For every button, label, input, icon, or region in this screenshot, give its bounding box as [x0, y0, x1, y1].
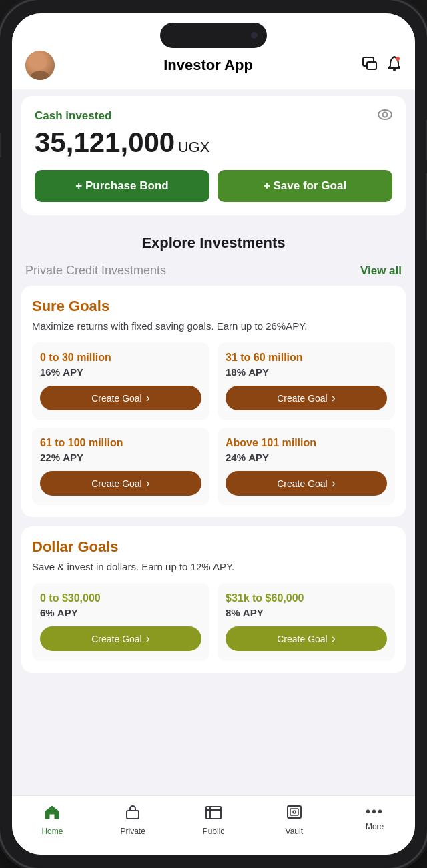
explore-title: Explore Investments: [12, 222, 415, 258]
tier-101m-plus: Above 101 million 24% APY Create Goal: [218, 428, 395, 505]
svg-point-4: [378, 110, 392, 119]
create-goal-btn-0[interactable]: Create Goal: [40, 386, 201, 410]
nav-more-label: More: [366, 822, 384, 831]
nav-home[interactable]: Home: [12, 801, 93, 839]
tier-61-100m-apy: 22% APY: [40, 452, 201, 463]
nav-more[interactable]: ••• More: [334, 801, 415, 839]
svg-rect-1: [367, 62, 376, 69]
explore-section: Explore Investments Private Credit Inves…: [12, 222, 415, 795]
tier-0-30m-range: 0 to 30 million: [40, 352, 201, 364]
cash-invested-label: Cash invested: [35, 109, 111, 123]
tier-31-60m-range: 31 to 60 million: [226, 352, 387, 364]
tier-31-60m-apy: 18% APY: [226, 366, 387, 378]
action-buttons: + Purchase Bond + Save for Goal: [35, 170, 392, 202]
visibility-toggle[interactable]: [378, 108, 392, 123]
svg-point-5: [383, 113, 388, 117]
sure-goals-tiers: 0 to 30 million 16% APY Create Goal 31 t…: [32, 342, 395, 505]
section-category: Private Credit Investments: [25, 264, 166, 278]
tier-61-100m-range: 61 to 100 million: [40, 437, 201, 449]
dollar-goals-tiers: 0 to $30,000 6% APY Create Goal $31k to …: [32, 583, 395, 661]
tier-101m-plus-range: Above 101 million: [226, 437, 387, 449]
camera-dot: [251, 32, 258, 39]
svg-rect-7: [206, 807, 221, 819]
dollar-tier-0-30k-apy: 6% APY: [40, 607, 201, 618]
dollar-goals-title: Dollar Goals: [32, 538, 395, 556]
dollar-tier-31k-60k: $31k to $60,000 8% APY Create Goal: [218, 583, 395, 661]
tier-31-60m: 31 to 60 million 18% APY Create Goal: [218, 342, 395, 420]
svg-rect-9: [290, 809, 298, 815]
dollar-tier-31k-60k-apy: 8% APY: [226, 607, 387, 618]
svg-point-10: [293, 811, 296, 813]
tier-101m-plus-apy: 24% APY: [226, 452, 387, 463]
dollar-tier-0-30k-range: 0 to $30,000: [40, 592, 201, 604]
nav-private-label: Private: [121, 827, 145, 836]
dollar-tier-31k-60k-range: $31k to $60,000: [226, 592, 387, 604]
section-header: Private Credit Investments View all: [12, 258, 415, 286]
dollar-tier-0-30k: 0 to $30,000 6% APY Create Goal: [32, 583, 209, 661]
create-goal-btn-dollar-1[interactable]: Create Goal: [226, 626, 387, 651]
nav-public-label: Public: [203, 827, 225, 836]
more-icon: •••: [366, 804, 384, 819]
nav-home-label: Home: [41, 827, 63, 836]
tier-0-30m-apy: 16% APY: [40, 366, 201, 378]
balance-currency: UGX: [178, 139, 210, 155]
create-goal-btn-3[interactable]: Create Goal: [226, 471, 387, 496]
private-icon: [125, 804, 141, 824]
phone-shell: Investor App: [0, 0, 427, 868]
balance-display: 35,121,000 UGX: [35, 127, 392, 158]
balance-amount: 35,121,000: [35, 127, 175, 158]
dollar-goals-desc: Save & invest in dollars. Earn up to 12%…: [32, 560, 395, 574]
purchase-bond-button[interactable]: + Purchase Bond: [35, 170, 209, 202]
nav-vault[interactable]: Vault: [254, 801, 334, 839]
nav-private[interactable]: Private: [93, 801, 173, 839]
header-actions: [362, 55, 402, 75]
sure-goals-title: Sure Goals: [32, 298, 395, 315]
notification-icon[interactable]: [387, 55, 402, 75]
avatar[interactable]: [25, 51, 55, 80]
nav-public[interactable]: Public: [173, 801, 254, 839]
svg-rect-6: [127, 811, 139, 819]
bottom-nav: Home Private Public: [12, 795, 415, 855]
create-goal-btn-2[interactable]: Create Goal: [40, 471, 201, 496]
dynamic-island: [160, 23, 267, 48]
svg-point-2: [393, 69, 396, 71]
dollar-goals-card: Dollar Goals Save & invest in dollars. E…: [21, 526, 406, 673]
svg-rect-8: [288, 806, 301, 818]
create-goal-btn-dollar-0[interactable]: Create Goal: [40, 626, 201, 651]
app-title: Investor App: [163, 57, 253, 74]
public-icon: [205, 804, 222, 824]
balance-card: Cash invested 35,121,000 UGX + Purchase …: [21, 96, 406, 215]
view-all-link[interactable]: View all: [360, 264, 402, 278]
create-goal-btn-1[interactable]: Create Goal: [226, 386, 387, 410]
sure-goals-desc: Maximize returns with fixed saving goals…: [32, 319, 395, 333]
nav-vault-label: Vault: [286, 827, 303, 836]
cash-invested-row: Cash invested: [35, 108, 392, 123]
sure-goals-card: Sure Goals Maximize returns with fixed s…: [21, 286, 406, 517]
chat-icon[interactable]: [362, 56, 378, 75]
home-icon: [43, 804, 61, 824]
vault-icon: [286, 804, 302, 824]
tier-61-100m: 61 to 100 million 22% APY Create Goal: [32, 428, 209, 505]
svg-point-3: [396, 57, 400, 61]
tier-0-30m: 0 to 30 million 16% APY Create Goal: [32, 342, 209, 420]
save-for-goal-button[interactable]: + Save for Goal: [218, 170, 392, 202]
phone-screen: Investor App: [12, 13, 415, 855]
